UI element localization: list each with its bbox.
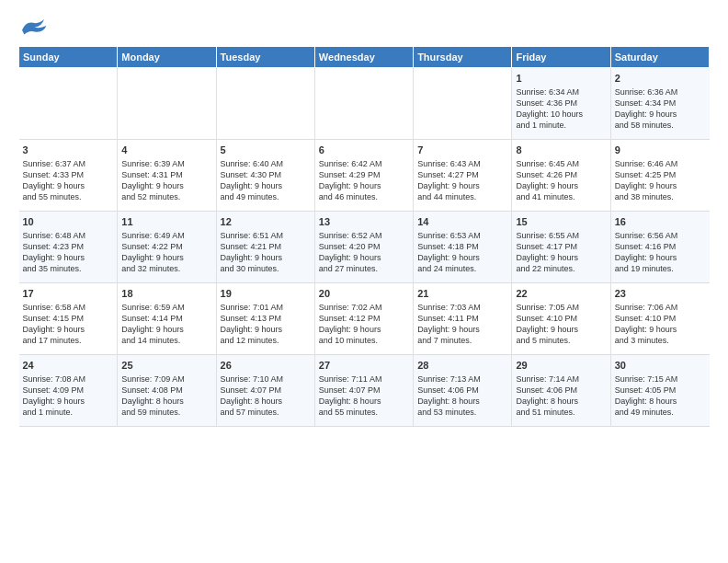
calendar-cell: 1Sunrise: 6:34 AMSunset: 4:36 PMDaylight… [512,68,610,140]
day-number: 4 [121,144,211,157]
day-number: 30 [615,359,706,373]
calendar-cell: 2Sunrise: 6:36 AMSunset: 4:34 PMDaylight… [610,68,709,140]
day-info: Sunset: 4:11 PM [417,313,507,324]
calendar-table: SundayMondayTuesdayWednesdayThursdayFrid… [18,46,710,427]
day-info: Sunset: 4:12 PM [319,313,409,324]
calendar-cell: 6Sunrise: 6:42 AMSunset: 4:29 PMDaylight… [314,140,413,212]
day-info: Sunset: 4:34 PM [615,98,706,109]
day-info: Sunrise: 6:55 AM [516,230,606,241]
day-info: Sunrise: 6:53 AM [417,230,507,241]
calendar-cell: 28Sunrise: 7:13 AMSunset: 4:06 PMDayligh… [414,355,512,427]
day-number: 12 [221,215,311,229]
day-info: Sunrise: 6:42 AM [319,158,409,169]
day-info: Sunset: 4:15 PM [23,313,114,324]
day-info: Daylight: 8 hours [516,396,606,407]
calendar-cell: 11Sunrise: 6:49 AMSunset: 4:22 PMDayligh… [118,212,216,283]
day-info: Sunrise: 6:36 AM [615,86,706,98]
day-info: Sunset: 4:30 PM [221,169,311,180]
day-info: Sunset: 4:09 PM [23,385,114,396]
day-info: Sunrise: 6:51 AM [221,230,311,241]
day-info: and 19 minutes. [615,263,706,274]
day-info: Sunrise: 7:13 AM [417,373,507,385]
day-info: Daylight: 9 hours [417,180,507,191]
day-info: Sunrise: 7:05 AM [516,302,606,313]
day-info: Sunrise: 7:15 AM [615,373,706,385]
day-number: 21 [417,287,507,301]
day-info: Sunset: 4:17 PM [516,241,606,252]
day-info: Sunrise: 7:02 AM [319,302,409,313]
day-info: and 32 minutes. [121,263,211,274]
day-number: 8 [516,144,606,157]
day-info: Sunset: 4:22 PM [121,241,211,252]
day-info: Daylight: 8 hours [417,396,507,407]
day-number: 14 [417,215,507,229]
day-info: Daylight: 9 hours [516,324,606,335]
header [18,15,710,37]
calendar-cell: 29Sunrise: 7:14 AMSunset: 4:06 PMDayligh… [512,355,610,427]
calendar-cell: 4Sunrise: 6:39 AMSunset: 4:31 PMDaylight… [118,140,216,212]
day-number: 3 [23,144,114,157]
day-info: Sunset: 4:14 PM [121,313,211,324]
week-row-1: 1Sunrise: 6:34 AMSunset: 4:36 PMDaylight… [19,68,710,140]
day-number: 9 [615,144,706,157]
day-info: Sunrise: 6:56 AM [615,230,706,241]
day-info: and 30 minutes. [221,263,311,274]
header-day-wednesday: Wednesday [314,47,413,68]
day-info: Sunrise: 6:40 AM [221,158,311,169]
day-info: Sunrise: 6:39 AM [121,158,211,169]
day-info: and 24 minutes. [417,263,507,274]
calendar-header-row: SundayMondayTuesdayWednesdayThursdayFrid… [19,47,710,68]
day-number: 28 [417,359,507,373]
day-info: Daylight: 8 hours [615,396,706,407]
day-info: Daylight: 9 hours [319,252,409,263]
day-info: Sunrise: 6:45 AM [516,158,606,169]
day-info: Daylight: 9 hours [516,252,606,263]
day-info: Daylight: 10 hours [516,109,606,120]
calendar-cell: 20Sunrise: 7:02 AMSunset: 4:12 PMDayligh… [314,283,413,355]
day-info: and 1 minute. [23,407,114,418]
day-info: Daylight: 9 hours [121,252,211,263]
header-day-thursday: Thursday [414,47,512,68]
day-number: 11 [121,215,211,229]
calendar-cell: 9Sunrise: 6:46 AMSunset: 4:25 PMDaylight… [610,140,709,212]
day-number: 24 [23,359,114,373]
day-info: Daylight: 9 hours [221,180,311,191]
day-number: 17 [23,287,114,301]
week-row-4: 17Sunrise: 6:58 AMSunset: 4:15 PMDayligh… [19,283,710,355]
calendar-cell: 17Sunrise: 6:58 AMSunset: 4:15 PMDayligh… [19,283,118,355]
day-info: and 22 minutes. [516,263,606,274]
calendar-cell [118,68,216,140]
page: SundayMondayTuesdayWednesdayThursdayFrid… [0,0,728,563]
day-info: Sunset: 4:13 PM [221,313,311,324]
day-number: 18 [121,287,211,301]
day-info: and 10 minutes. [319,335,409,346]
day-info: Daylight: 9 hours [121,324,211,335]
day-info: and 55 minutes. [23,191,114,202]
day-info: Sunrise: 7:01 AM [221,302,311,313]
day-info: Sunrise: 6:49 AM [121,230,211,241]
day-info: and 14 minutes. [121,335,211,346]
day-info: and 55 minutes. [319,407,409,418]
day-info: Sunset: 4:31 PM [121,169,211,180]
day-info: and 52 minutes. [121,191,211,202]
day-info: Sunset: 4:08 PM [121,385,211,396]
header-day-friday: Friday [512,47,610,68]
day-info: Daylight: 9 hours [221,252,311,263]
calendar-cell: 16Sunrise: 6:56 AMSunset: 4:16 PMDayligh… [610,212,709,283]
day-info: Daylight: 9 hours [417,324,507,335]
day-number: 23 [615,287,706,301]
header-day-monday: Monday [118,47,216,68]
day-info: and 12 minutes. [221,335,311,346]
calendar-cell: 22Sunrise: 7:05 AMSunset: 4:10 PMDayligh… [512,283,610,355]
header-day-tuesday: Tuesday [216,47,314,68]
day-info: and 3 minutes. [615,335,706,346]
day-number: 5 [221,144,311,157]
day-info: and 5 minutes. [516,335,606,346]
calendar-cell: 15Sunrise: 6:55 AMSunset: 4:17 PMDayligh… [512,212,610,283]
day-info: Sunrise: 6:52 AM [319,230,409,241]
day-info: and 38 minutes. [615,191,706,202]
day-info: Sunset: 4:33 PM [23,169,114,180]
day-info: Sunset: 4:20 PM [319,241,409,252]
day-info: and 35 minutes. [23,263,114,274]
calendar-cell: 24Sunrise: 7:08 AMSunset: 4:09 PMDayligh… [19,355,118,427]
